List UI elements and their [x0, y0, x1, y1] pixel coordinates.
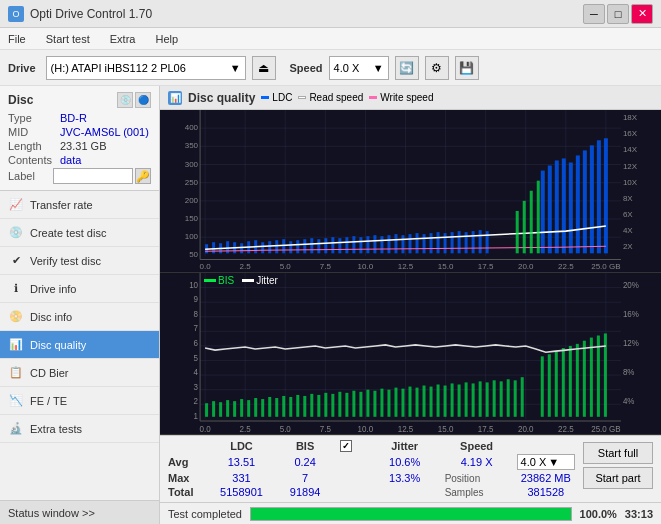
- col-header-bis: BIS: [275, 439, 336, 453]
- svg-text:5.0: 5.0: [280, 262, 292, 271]
- svg-rect-178: [590, 337, 593, 416]
- svg-rect-136: [282, 395, 285, 416]
- eject-button[interactable]: ⏏: [252, 56, 276, 80]
- avg-ldc: 13.51: [208, 453, 274, 471]
- type-value: BD-R: [60, 112, 87, 124]
- nav-create-test-disc[interactable]: 💿 Create test disc: [0, 219, 159, 247]
- svg-rect-139: [303, 395, 306, 416]
- title-bar: O Opti Drive Control 1.70 ─ □ ✕: [0, 0, 661, 28]
- svg-text:22.5: 22.5: [558, 425, 574, 434]
- svg-text:8%: 8%: [623, 367, 635, 376]
- close-button[interactable]: ✕: [631, 4, 653, 24]
- svg-rect-64: [569, 162, 573, 253]
- svg-rect-69: [604, 138, 608, 253]
- main-layout: Disc 💿 🔵 Type BD-R MID JVC-AMS6L (001) L…: [0, 86, 661, 524]
- progress-bar-container: [250, 507, 572, 521]
- speed-dropdown-icon: ▼: [373, 62, 384, 74]
- nav-fe-te[interactable]: 📉 FE / TE: [0, 387, 159, 415]
- svg-rect-156: [423, 385, 426, 416]
- svg-rect-171: [541, 356, 544, 416]
- svg-text:10X: 10X: [623, 178, 638, 187]
- start-part-button[interactable]: Start part: [583, 467, 653, 489]
- svg-text:2.5: 2.5: [240, 425, 252, 434]
- svg-rect-135: [275, 398, 278, 417]
- svg-rect-42: [366, 236, 369, 253]
- col-header-speed: Speed: [441, 439, 513, 453]
- nav-transfer-rate[interactable]: 📈 Transfer rate: [0, 191, 159, 219]
- status-window-button[interactable]: Status window >>: [0, 500, 159, 524]
- label-icon-btn[interactable]: 🔑: [135, 168, 151, 184]
- start-full-button[interactable]: Start full: [583, 442, 653, 464]
- svg-rect-157: [430, 386, 433, 416]
- menu-extra[interactable]: Extra: [106, 31, 140, 47]
- upper-chart: 400 350 300 250 200 150 100 50 18X 16X 1…: [160, 110, 661, 273]
- drive-info-icon: ℹ: [8, 281, 24, 297]
- menu-help[interactable]: Help: [151, 31, 182, 47]
- svg-text:7.5: 7.5: [320, 425, 332, 434]
- app-title: Opti Drive Control 1.70: [30, 7, 152, 21]
- speed-display[interactable]: 4.0 X ▼: [517, 454, 575, 470]
- svg-rect-72: [530, 191, 533, 254]
- svg-rect-22: [226, 241, 229, 253]
- nav-disc-info[interactable]: 📀 Disc info: [0, 303, 159, 331]
- svg-rect-144: [338, 391, 341, 416]
- progress-percent: 100.0%: [580, 508, 617, 520]
- svg-rect-43: [373, 235, 376, 253]
- nav-verify-test-disc[interactable]: ✔ Verify test disc: [0, 247, 159, 275]
- disc-panel: Disc 💿 🔵 Type BD-R MID JVC-AMS6L (001) L…: [0, 86, 159, 191]
- label-input[interactable]: [53, 168, 133, 184]
- window-controls: ─ □ ✕: [583, 4, 653, 24]
- nav-drive-info[interactable]: ℹ Drive info: [0, 275, 159, 303]
- svg-rect-31: [289, 241, 292, 253]
- avg-jitter: 10.6%: [369, 453, 441, 471]
- max-bis: 7: [275, 471, 336, 485]
- svg-rect-165: [486, 382, 489, 416]
- progress-area: Test completed 100.0% 33:13: [160, 502, 661, 524]
- avg-speed: 4.19 X: [441, 453, 513, 471]
- drive-selector[interactable]: (H:) ATAPI iHBS112 2 PL06 ▼: [46, 56, 246, 80]
- col-header-ldc: LDC: [208, 439, 274, 453]
- col-header-empty: [164, 439, 208, 453]
- svg-rect-179: [597, 335, 600, 416]
- svg-rect-174: [562, 348, 565, 417]
- svg-rect-29: [275, 240, 278, 253]
- nav-cd-bier[interactable]: 📋 CD Bier: [0, 359, 159, 387]
- svg-rect-33: [303, 239, 306, 253]
- svg-rect-68: [597, 140, 601, 253]
- col-header-spacer: ✓: [336, 439, 369, 453]
- svg-rect-172: [548, 354, 551, 417]
- contents-value: data: [60, 154, 81, 166]
- jitter-checkbox[interactable]: ✓: [340, 440, 352, 452]
- nav-disc-quality[interactable]: 📊 Disc quality: [0, 331, 159, 359]
- speed-label: Speed: [290, 62, 323, 74]
- cd-bier-label: CD Bier: [30, 367, 69, 379]
- svg-rect-155: [416, 387, 419, 416]
- svg-rect-54: [451, 232, 454, 253]
- speed-selector[interactable]: 4.0 X ▼: [329, 56, 389, 80]
- svg-rect-151: [387, 389, 390, 416]
- svg-rect-126: [212, 401, 215, 417]
- svg-text:150: 150: [185, 214, 199, 223]
- svg-rect-160: [451, 383, 454, 416]
- length-value: 23.31 GB: [60, 140, 106, 152]
- disc-section-label: Disc: [8, 93, 33, 107]
- refresh-button[interactable]: 🔄: [395, 56, 419, 80]
- bis-legend-label: BIS: [218, 275, 234, 286]
- chart-header-icon: 📊: [168, 91, 182, 105]
- disc-info-icon: 📀: [8, 309, 24, 325]
- minimize-button[interactable]: ─: [583, 4, 605, 24]
- svg-rect-159: [444, 385, 447, 416]
- save-button[interactable]: 💾: [455, 56, 479, 80]
- settings-button[interactable]: ⚙: [425, 56, 449, 80]
- menu-file[interactable]: File: [4, 31, 30, 47]
- svg-rect-70: [516, 211, 519, 253]
- nav-extra-tests[interactable]: 🔬 Extra tests: [0, 415, 159, 443]
- speed-display-val: 4.0 X: [521, 456, 547, 468]
- fe-te-label: FE / TE: [30, 395, 67, 407]
- jitter-legend-label: Jitter: [256, 275, 278, 286]
- ldc-legend-color: [261, 96, 269, 99]
- maximize-button[interactable]: □: [607, 4, 629, 24]
- progress-time: 33:13: [625, 508, 653, 520]
- menu-start-test[interactable]: Start test: [42, 31, 94, 47]
- svg-rect-30: [282, 239, 285, 253]
